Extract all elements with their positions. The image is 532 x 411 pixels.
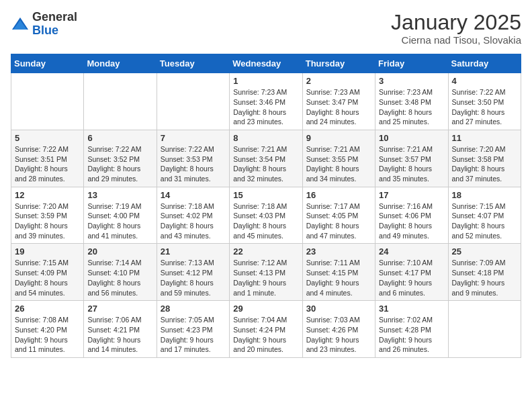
location-subtitle: Cierna nad Tisou, Slovakia <box>391 34 521 46</box>
sunset-text: Sunset: 4:20 PM <box>15 326 67 334</box>
daylight-text: Daylight: 8 hours and 43 minutes. <box>161 222 214 240</box>
page-header: General Blue January 2025 Cierna nad Tis… <box>11 11 521 46</box>
day-info: Sunrise: 7:15 AM Sunset: 4:07 PM Dayligh… <box>452 201 517 241</box>
sunrise-text: Sunrise: 7:23 AM <box>306 88 360 96</box>
sunrise-text: Sunrise: 7:12 AM <box>233 259 287 267</box>
daylight-text: Daylight: 9 hours and 1 minute. <box>233 279 286 297</box>
daylight-text: Daylight: 8 hours and 28 minutes. <box>15 165 68 183</box>
weekday-header: Monday <box>84 54 157 73</box>
day-number: 7 <box>161 133 226 143</box>
day-number: 31 <box>379 304 444 314</box>
sunrise-text: Sunrise: 7:16 AM <box>379 202 433 210</box>
sunset-text: Sunset: 4:24 PM <box>233 326 285 334</box>
day-info: Sunrise: 7:06 AM Sunset: 4:21 PM Dayligh… <box>87 315 152 355</box>
day-info: Sunrise: 7:18 AM Sunset: 4:03 PM Dayligh… <box>233 201 298 241</box>
daylight-text: Daylight: 8 hours and 49 minutes. <box>379 222 432 240</box>
day-info: Sunrise: 7:23 AM Sunset: 3:46 PM Dayligh… <box>233 87 298 127</box>
calendar-week-row: 1 Sunrise: 7:23 AM Sunset: 3:46 PM Dayli… <box>11 73 521 130</box>
calendar-cell: 22 Sunrise: 7:12 AM Sunset: 4:13 PM Dayl… <box>230 244 302 301</box>
sunset-text: Sunset: 3:51 PM <box>15 155 67 163</box>
calendar-cell: 28 Sunrise: 7:05 AM Sunset: 4:23 PM Dayl… <box>157 301 229 358</box>
daylight-text: Daylight: 8 hours and 27 minutes. <box>452 108 505 126</box>
weekday-header: Saturday <box>448 54 521 73</box>
day-number: 9 <box>306 133 371 143</box>
day-info: Sunrise: 7:10 AM Sunset: 4:17 PM Dayligh… <box>379 258 444 298</box>
sunrise-text: Sunrise: 7:22 AM <box>15 145 69 153</box>
day-info: Sunrise: 7:09 AM Sunset: 4:18 PM Dayligh… <box>452 258 517 298</box>
sunset-text: Sunset: 4:05 PM <box>306 212 359 220</box>
logo-blue: Blue <box>32 24 77 38</box>
sunrise-text: Sunrise: 7:04 AM <box>233 316 287 324</box>
calendar-cell: 7 Sunrise: 7:22 AM Sunset: 3:53 PM Dayli… <box>157 130 229 187</box>
day-info: Sunrise: 7:20 AM Sunset: 3:58 PM Dayligh… <box>452 144 517 184</box>
sunset-text: Sunset: 4:03 PM <box>233 212 285 220</box>
day-number: 23 <box>306 246 371 257</box>
daylight-text: Daylight: 8 hours and 34 minutes. <box>306 165 359 183</box>
sunset-text: Sunset: 3:48 PM <box>379 98 431 106</box>
daylight-text: Daylight: 8 hours and 24 minutes. <box>306 108 359 126</box>
sunrise-text: Sunrise: 7:20 AM <box>452 145 506 153</box>
daylight-text: Daylight: 8 hours and 29 minutes. <box>87 165 140 183</box>
calendar-cell: 31 Sunrise: 7:02 AM Sunset: 4:28 PM Dayl… <box>375 301 448 358</box>
sunset-text: Sunset: 4:00 PM <box>87 212 140 220</box>
sunrise-text: Sunrise: 7:17 AM <box>306 202 360 210</box>
sunset-text: Sunset: 4:07 PM <box>452 212 504 220</box>
sunset-text: Sunset: 3:46 PM <box>233 98 285 106</box>
daylight-text: Daylight: 8 hours and 47 minutes. <box>306 222 359 240</box>
calendar-cell: 3 Sunrise: 7:23 AM Sunset: 3:48 PM Dayli… <box>375 73 448 130</box>
sunrise-text: Sunrise: 7:05 AM <box>161 316 214 324</box>
sunset-text: Sunset: 4:17 PM <box>379 269 431 277</box>
sunrise-text: Sunrise: 7:13 AM <box>161 259 214 267</box>
daylight-text: Daylight: 8 hours and 23 minutes. <box>233 108 286 126</box>
sunrise-text: Sunrise: 7:20 AM <box>15 202 69 210</box>
sunset-text: Sunset: 4:10 PM <box>87 269 140 277</box>
daylight-text: Daylight: 9 hours and 20 minutes. <box>233 336 286 354</box>
calendar-week-row: 12 Sunrise: 7:20 AM Sunset: 3:59 PM Dayl… <box>11 187 521 244</box>
calendar-week-row: 5 Sunrise: 7:22 AM Sunset: 3:51 PM Dayli… <box>11 130 521 187</box>
calendar-cell: 25 Sunrise: 7:09 AM Sunset: 4:18 PM Dayl… <box>448 244 521 301</box>
day-info: Sunrise: 7:03 AM Sunset: 4:26 PM Dayligh… <box>306 315 371 355</box>
sunset-text: Sunset: 3:55 PM <box>306 155 359 163</box>
sunrise-text: Sunrise: 7:11 AM <box>306 259 360 267</box>
calendar-cell: 4 Sunrise: 7:22 AM Sunset: 3:50 PM Dayli… <box>448 73 521 130</box>
day-info: Sunrise: 7:22 AM Sunset: 3:53 PM Dayligh… <box>161 144 226 184</box>
sunrise-text: Sunrise: 7:15 AM <box>452 202 506 210</box>
calendar-cell: 6 Sunrise: 7:22 AM Sunset: 3:52 PM Dayli… <box>84 130 157 187</box>
day-info: Sunrise: 7:15 AM Sunset: 4:09 PM Dayligh… <box>15 258 80 298</box>
day-info: Sunrise: 7:21 AM Sunset: 3:55 PM Dayligh… <box>306 144 371 184</box>
calendar-week-row: 26 Sunrise: 7:08 AM Sunset: 4:20 PM Dayl… <box>11 301 521 358</box>
logo-icon <box>11 15 30 34</box>
daylight-text: Daylight: 8 hours and 56 minutes. <box>87 279 140 297</box>
calendar-cell: 15 Sunrise: 7:18 AM Sunset: 4:03 PM Dayl… <box>230 187 302 244</box>
calendar-cell: 18 Sunrise: 7:15 AM Sunset: 4:07 PM Dayl… <box>448 187 521 244</box>
daylight-text: Daylight: 9 hours and 17 minutes. <box>161 336 214 354</box>
calendar-cell: 13 Sunrise: 7:19 AM Sunset: 4:00 PM Dayl… <box>84 187 157 244</box>
sunrise-text: Sunrise: 7:18 AM <box>233 202 287 210</box>
day-info: Sunrise: 7:23 AM Sunset: 3:47 PM Dayligh… <box>306 87 371 127</box>
calendar-cell: 8 Sunrise: 7:21 AM Sunset: 3:54 PM Dayli… <box>230 130 302 187</box>
day-number: 16 <box>306 190 371 200</box>
daylight-text: Daylight: 8 hours and 39 minutes. <box>15 222 68 240</box>
day-number: 29 <box>233 304 298 314</box>
day-info: Sunrise: 7:05 AM Sunset: 4:23 PM Dayligh… <box>161 315 226 355</box>
calendar-cell <box>11 73 84 130</box>
calendar-cell: 30 Sunrise: 7:03 AM Sunset: 4:26 PM Dayl… <box>302 301 375 358</box>
day-number: 5 <box>15 133 80 143</box>
day-number: 27 <box>87 304 152 314</box>
day-number: 4 <box>452 76 517 86</box>
day-info: Sunrise: 7:22 AM Sunset: 3:50 PM Dayligh… <box>452 87 517 127</box>
sunrise-text: Sunrise: 7:22 AM <box>452 88 506 96</box>
day-number: 20 <box>87 246 152 257</box>
calendar-cell: 24 Sunrise: 7:10 AM Sunset: 4:17 PM Dayl… <box>375 244 448 301</box>
sunset-text: Sunset: 3:54 PM <box>233 155 285 163</box>
sunrise-text: Sunrise: 7:06 AM <box>87 316 141 324</box>
day-info: Sunrise: 7:20 AM Sunset: 3:59 PM Dayligh… <box>15 201 80 241</box>
daylight-text: Daylight: 8 hours and 37 minutes. <box>452 165 505 183</box>
daylight-text: Daylight: 8 hours and 45 minutes. <box>233 222 286 240</box>
day-number: 25 <box>452 246 517 257</box>
day-number: 24 <box>379 246 444 257</box>
sunset-text: Sunset: 4:21 PM <box>87 326 140 334</box>
sunset-text: Sunset: 4:09 PM <box>15 269 67 277</box>
calendar-cell: 23 Sunrise: 7:11 AM Sunset: 4:15 PM Dayl… <box>302 244 375 301</box>
sunrise-text: Sunrise: 7:10 AM <box>379 259 433 267</box>
